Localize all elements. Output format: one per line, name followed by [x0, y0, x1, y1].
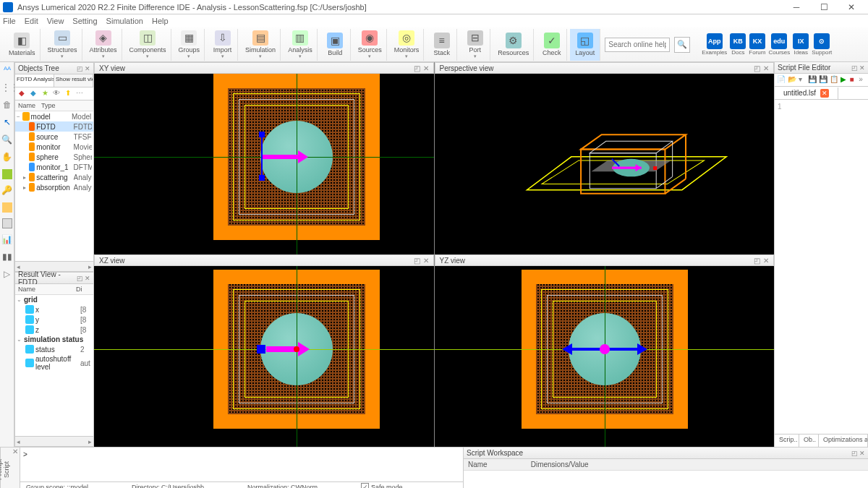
script-drop-icon[interactable]: ▾: [799, 75, 806, 85]
vp-close-icon[interactable]: ✕: [423, 257, 429, 265]
tree-tool-6[interactable]: ⋯: [75, 89, 85, 99]
script-save-icon[interactable]: 💾: [808, 75, 817, 85]
maximize-button[interactable]: ☐: [810, 0, 838, 14]
panel-float-icon[interactable]: ◰: [77, 275, 83, 282]
tree-tool-5[interactable]: ⬆: [63, 89, 73, 99]
tool-grid1[interactable]: [2, 169, 12, 179]
viewport-perspective[interactable]: Perspective view◰✕: [435, 62, 775, 254]
vp-float-icon[interactable]: ◰: [414, 64, 420, 72]
help-edu[interactable]: edu: [771, 33, 787, 49]
result-group[interactable]: ⌄grid: [15, 295, 93, 304]
menu-setting[interactable]: Setting: [72, 17, 97, 25]
ribbon-structures[interactable]: ▭Structures▾: [43, 29, 82, 61]
ribbon-build[interactable]: ▣Build: [320, 29, 351, 61]
menu-simulation[interactable]: Simulation: [106, 17, 143, 25]
viewport-yz[interactable]: YZ view◰✕: [435, 254, 775, 447]
tool-key[interactable]: 🔑: [1, 185, 13, 197]
help-ix[interactable]: IX: [793, 33, 809, 49]
tree-tool-3[interactable]: ★: [40, 89, 50, 99]
result-item[interactable]: y[8: [15, 314, 93, 325]
ribbon-resources[interactable]: ⚙Resources: [493, 29, 534, 61]
tab-close-icon[interactable]: ✕: [820, 89, 829, 98]
tree-row[interactable]: FDTDFDTD: [15, 121, 93, 132]
ribbon-materials[interactable]: ◧Materials: [4, 29, 41, 61]
menu-edit[interactable]: Edit: [25, 17, 38, 25]
viewport-xz[interactable]: XZ view◰✕: [94, 254, 434, 447]
script-editor-body[interactable]: 1: [775, 100, 868, 434]
panel-float-icon[interactable]: ◰: [851, 450, 858, 457]
workspace-body[interactable]: [464, 471, 868, 488]
tool-zoom[interactable]: 🔍: [1, 134, 13, 146]
vp-float-icon[interactable]: ◰: [754, 257, 760, 265]
result-group[interactable]: ⌄simulation status: [15, 335, 93, 344]
menu-help[interactable]: Help: [152, 17, 169, 25]
result-item[interactable]: z[8: [15, 325, 93, 335]
menu-view[interactable]: View: [47, 17, 64, 25]
ribbon-attributes[interactable]: ◈Attributes▾: [85, 29, 122, 61]
tool-play[interactable]: ▷: [1, 269, 13, 281]
tree-row[interactable]: monitorMovieM: [15, 142, 93, 152]
vp-float-icon[interactable]: ◰: [414, 257, 420, 265]
ribbon-analysis[interactable]: ▥Analysis▾: [284, 29, 318, 61]
tool-bars[interactable]: ▮▮: [1, 252, 13, 263]
tree-row[interactable]: sourceTFSFSou: [15, 132, 93, 142]
right-tab-opt[interactable]: Optimizations a..: [819, 435, 868, 447]
tool-dots[interactable]: ⋮⋮: [1, 82, 13, 94]
script-copy-icon[interactable]: 📋: [830, 75, 838, 85]
script-stop-icon[interactable]: ■: [850, 75, 857, 85]
vp-float-icon[interactable]: ◰: [754, 64, 760, 72]
tool-trash[interactable]: 🗑: [1, 100, 13, 111]
tool-layout[interactable]: [2, 218, 12, 228]
script-open-icon[interactable]: 📂: [788, 75, 796, 85]
tool-aa[interactable]: ᴬᴬ: [1, 65, 13, 77]
ribbon-layout[interactable]: ◱Layout: [570, 29, 600, 61]
right-tab-ob[interactable]: Ob..: [799, 435, 819, 447]
help-kx[interactable]: KX: [749, 33, 765, 49]
ribbon-stack[interactable]: ≡Stack: [427, 29, 457, 61]
ribbon-components[interactable]: ◫Components▾: [125, 29, 171, 61]
right-tab-script[interactable]: Scrip..: [775, 435, 799, 447]
minimize-button[interactable]: ─: [783, 0, 810, 14]
result-item[interactable]: status2: [15, 344, 93, 354]
ribbon-import[interactable]: ⇩Import▾: [208, 29, 238, 61]
panel-close-icon[interactable]: ✕: [85, 275, 90, 282]
ribbon-check[interactable]: ✓Check: [537, 29, 567, 61]
result-item[interactable]: autoshutoff levelaut: [15, 354, 93, 372]
panel-close-icon[interactable]: ✕: [859, 64, 865, 72]
tree-tool-4[interactable]: 👁: [51, 89, 61, 99]
ribbon-monitors[interactable]: ◎Monitors▾: [390, 29, 425, 61]
script-new-icon[interactable]: 📄: [777, 75, 786, 85]
ribbon-sources[interactable]: ◉Sources▾: [354, 29, 387, 61]
tab-show-result[interactable]: Show result view: [54, 74, 93, 87]
ribbon-port[interactable]: ⊟Port▾: [460, 29, 490, 61]
tree-row[interactable]: ▸absorptionAnalysis: [15, 182, 93, 192]
panel-close-icon[interactable]: ✕: [859, 450, 865, 457]
script-more-icon[interactable]: »: [859, 75, 866, 85]
ribbon-groups[interactable]: ▦Groups▾: [174, 29, 205, 61]
script-run-icon[interactable]: ▶: [841, 75, 848, 85]
result-body[interactable]: ⌄gridx[8y[8z[8⌄simulation statusstatus2a…: [15, 295, 93, 436]
tree-row[interactable]: ▸scatteringAnalysis: [15, 172, 93, 182]
viewport-xy[interactable]: XY view◰✕: [94, 62, 434, 254]
tab-fdtd-analysis[interactable]: FDTD Analysis: [15, 74, 54, 87]
vp-close-icon[interactable]: ✕: [423, 64, 429, 72]
tool-arrow[interactable]: ↖: [1, 117, 13, 129]
help-app[interactable]: App: [707, 33, 723, 49]
panel-float-icon[interactable]: ◰: [77, 65, 83, 72]
help-kb[interactable]: KB: [730, 33, 746, 49]
tree-tool-1[interactable]: ◆: [17, 89, 27, 99]
search-button[interactable]: 🔍: [674, 37, 690, 53]
script-saveall-icon[interactable]: 💾: [819, 75, 827, 85]
tree-row[interactable]: −modelModel: [15, 111, 93, 121]
tree-body[interactable]: −modelModelFDTDFDTDsourceTFSFSoumonitorM…: [15, 111, 93, 261]
tool-hand[interactable]: ✋: [1, 152, 13, 163]
result-scroll[interactable]: ◂▸: [15, 436, 93, 446]
tree-row[interactable]: monitor_1DFTMo: [15, 162, 93, 172]
result-item[interactable]: x[8: [15, 304, 93, 314]
prompt-input[interactable]: >: [20, 448, 463, 481]
search-input[interactable]: [605, 38, 670, 52]
tool-grid2[interactable]: [2, 202, 12, 213]
script-tab-untitled[interactable]: untitled.lsf ✕: [775, 87, 838, 99]
tree-row[interactable]: sphereSphere: [15, 152, 93, 162]
safe-mode-checkbox[interactable]: ✓Safe mode: [361, 483, 403, 488]
